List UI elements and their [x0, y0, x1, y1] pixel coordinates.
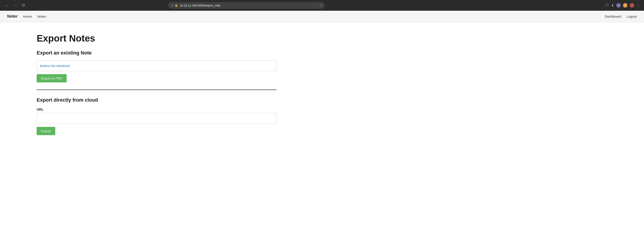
export-pdf-button[interactable]: Export to PDF	[37, 74, 67, 82]
section1-title: Export an existing Note	[37, 50, 276, 56]
section2-title: Export directly from cloud	[37, 97, 276, 103]
shield-browser-icon[interactable]: 🛡	[605, 3, 609, 7]
navbar-home-link[interactable]: Home	[23, 14, 32, 18]
menu-icon[interactable]: ⋮	[636, 3, 640, 8]
address-bar[interactable]: 🛡 🔒 10.10.11.160:5000/export_note ☆	[168, 2, 325, 9]
lock-icon: 🔒	[175, 4, 178, 7]
nav-buttons: ← → ⟳	[4, 2, 26, 9]
reload-button[interactable]: ⟳	[20, 2, 26, 9]
page-title: Export Notes	[37, 33, 276, 44]
navbar-logout-link[interactable]: Logout	[626, 14, 637, 18]
download-icon[interactable]: ⬇	[611, 3, 614, 7]
app-navbar: Noter Home Notes Dashboard Logout	[0, 11, 644, 22]
navbar-notes-link[interactable]: Notes	[37, 14, 46, 18]
note-select-input[interactable]	[37, 60, 276, 71]
forward-button[interactable]: →	[12, 2, 19, 9]
bookmark-button[interactable]: ☆	[319, 3, 322, 7]
navbar-dashboard-link[interactable]: Dashboard	[605, 14, 621, 18]
browser-toolbar: 🛡 ⬇ ⋮	[605, 3, 640, 8]
section-divider	[37, 90, 276, 90]
navbar-left: Noter Home Notes	[7, 14, 46, 19]
url-input[interactable]	[37, 113, 276, 124]
extension-purple-icon[interactable]	[616, 3, 621, 7]
address-bar-icons: 🛡 🔒	[171, 4, 178, 7]
browser-chrome: ← → ⟳ 🛡 🔒 10.10.11.160:5000/export_note …	[0, 0, 644, 11]
extension-red-icon[interactable]	[630, 3, 634, 7]
navbar-right: Dashboard Logout	[605, 14, 637, 18]
export-button[interactable]: Export	[37, 127, 55, 135]
extension-orange-icon[interactable]	[623, 3, 628, 7]
navbar-brand[interactable]: Noter	[7, 14, 18, 19]
url-label: URL	[37, 107, 276, 111]
shield-icon: 🛡	[171, 4, 174, 7]
url-display: 10.10.11.160:5000/export_note	[180, 4, 317, 7]
back-button[interactable]: ←	[4, 2, 10, 9]
main-content: Export Notes Export an existing Note Exp…	[0, 22, 313, 146]
